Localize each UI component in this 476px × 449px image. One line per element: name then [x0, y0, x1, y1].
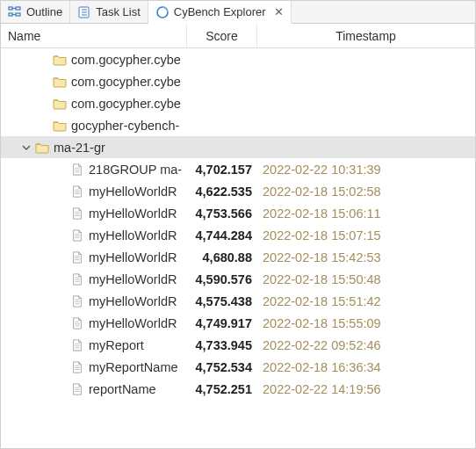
svg-rect-0	[9, 7, 12, 10]
tree-file-row[interactable]: myHelloWorldR4,622.5352022-02-18 15:02:5…	[1, 180, 475, 202]
cell-timestamp: 2022-02-18 16:36:34	[257, 360, 475, 374]
outline-icon	[8, 5, 22, 19]
tree-file-row[interactable]: myHelloWorldR4,749.9172022-02-18 15:55:0…	[1, 312, 475, 334]
tab-tasklist[interactable]: Task List	[70, 1, 148, 23]
cell-name: myHelloWorldR	[1, 185, 187, 199]
node-label: gocypher-cybench-	[71, 119, 179, 133]
node-label: 218GROUP ma-	[89, 163, 182, 177]
table-header: Name Score Timestamp	[1, 24, 475, 48]
node-label: myHelloWorldR	[89, 228, 177, 243]
cybench-icon	[155, 5, 169, 19]
cell-score: 4,733.945	[187, 338, 257, 352]
tree-file-row[interactable]: myHelloWorldR4,744.2842022-02-18 15:07:1…	[1, 224, 475, 246]
cell-timestamp: 2022-02-18 15:06:11	[257, 206, 475, 221]
node-label: myHelloWorldR	[89, 185, 177, 199]
node-label: myHelloWorldR	[89, 316, 177, 330]
close-icon[interactable]: ✕	[270, 5, 284, 18]
column-header-name[interactable]: Name	[1, 24, 187, 47]
file-icon	[69, 251, 85, 264]
cell-timestamp: 2022-02-18 15:42:53	[257, 250, 475, 264]
folder-icon	[52, 76, 68, 88]
cell-name: gocypher-cybench-	[1, 119, 187, 133]
file-icon	[69, 339, 85, 351]
tree-folder-row[interactable]: com.gocypher.cybe	[1, 48, 475, 70]
node-label: com.gocypher.cybe	[71, 53, 181, 67]
tree-folder-row[interactable]: gocypher-cybench-	[1, 114, 475, 136]
tree-folder-row[interactable]: com.gocypher.cybe	[1, 70, 475, 92]
cell-score: 4,752.251	[187, 382, 257, 396]
cell-timestamp: 2022-02-22 10:31:39	[257, 163, 475, 177]
node-label: myReportName	[89, 360, 178, 374]
tab-label: Outline	[26, 5, 62, 18]
cell-score: 4,575.438	[187, 294, 257, 308]
tree-body[interactable]: com.gocypher.cybecom.gocypher.cybecom.go…	[1, 48, 475, 448]
tab-outline[interactable]: Outline	[1, 1, 70, 23]
tab-cybench[interactable]: CyBench Explorer✕	[148, 1, 292, 24]
tree-file-row[interactable]: 218GROUP ma-4,702.1572022-02-22 10:31:39	[1, 158, 475, 180]
file-icon	[69, 207, 85, 220]
cell-timestamp: 2022-02-22 14:19:56	[257, 382, 475, 396]
file-icon	[69, 229, 85, 242]
cell-name: myHelloWorldR	[1, 250, 187, 264]
svg-rect-4	[16, 7, 20, 10]
folder-icon	[34, 141, 50, 154]
tree-file-row[interactable]: myHelloWorldR4,590.5762022-02-18 15:50:4…	[1, 268, 475, 290]
cell-name: myReport	[1, 338, 187, 352]
tab-bar: OutlineTask ListCyBench Explorer✕	[1, 1, 475, 24]
cell-name: myHelloWorldR	[1, 316, 187, 330]
cell-timestamp: 2022-02-18 15:07:15	[257, 228, 475, 243]
cell-name: myHelloWorldR	[1, 294, 187, 308]
tree-file-row[interactable]: myHelloWorldR4,575.4382022-02-18 15:51:4…	[1, 290, 475, 312]
node-label: myHelloWorldR	[89, 294, 177, 308]
tasklist-icon	[77, 5, 91, 19]
svg-rect-5	[16, 13, 20, 16]
cell-timestamp: 2022-02-18 15:02:58	[257, 185, 475, 199]
cell-name: myHelloWorldR	[1, 206, 187, 221]
tab-label: Task List	[96, 5, 141, 18]
cell-name: com.gocypher.cybe	[1, 75, 187, 89]
cell-name: com.gocypher.cybe	[1, 97, 187, 111]
tree-folder-row[interactable]: ma-21-gr	[1, 136, 475, 158]
cell-score: 4,590.576	[187, 272, 257, 286]
column-header-timestamp[interactable]: Timestamp	[257, 24, 475, 47]
tree-file-row[interactable]: myReport4,733.9452022-02-22 09:52:46	[1, 334, 475, 356]
cell-name: myHelloWorldR	[1, 228, 187, 243]
file-icon	[69, 273, 85, 286]
cell-score: 4,622.535	[187, 185, 257, 199]
cell-score: 4,702.157	[187, 163, 257, 177]
node-label: myHelloWorldR	[89, 250, 177, 264]
cybench-explorer-view: OutlineTask ListCyBench Explorer✕ Name S…	[0, 0, 476, 449]
cell-score: 4,744.284	[187, 228, 257, 243]
node-label: ma-21-gr	[54, 141, 105, 155]
node-label: myHelloWorldR	[89, 206, 177, 221]
folder-icon	[52, 119, 68, 132]
node-label: com.gocypher.cybe	[71, 97, 181, 111]
node-label: myHelloWorldR	[89, 272, 177, 286]
node-label: myReport	[89, 338, 144, 352]
cell-score: 4,749.917	[187, 316, 257, 330]
file-icon	[69, 317, 85, 330]
cell-timestamp: 2022-02-18 15:51:42	[257, 294, 475, 308]
tree-file-row[interactable]: reportName4,752.2512022-02-22 14:19:56	[1, 378, 475, 400]
column-header-score[interactable]: Score	[187, 24, 257, 47]
folder-icon	[52, 54, 68, 66]
tree-folder-row[interactable]: com.gocypher.cybe	[1, 92, 475, 114]
cell-score: 4,753.566	[187, 206, 257, 221]
cell-name: 218GROUP ma-	[1, 163, 187, 177]
chevron-down-icon[interactable]	[18, 143, 34, 152]
cell-name: reportName	[1, 382, 187, 396]
node-label: com.gocypher.cybe	[71, 75, 181, 89]
file-icon	[69, 185, 85, 198]
file-icon	[69, 163, 85, 176]
tree-file-row[interactable]: myHelloWorldR4,753.5662022-02-18 15:06:1…	[1, 202, 475, 224]
cell-name: com.gocypher.cybe	[1, 53, 187, 67]
tree-file-row[interactable]: myReportName4,752.5342022-02-18 16:36:34	[1, 356, 475, 378]
tree-file-row[interactable]: myHelloWorldR4,680.882022-02-18 15:42:53	[1, 246, 475, 268]
folder-icon	[52, 98, 68, 110]
file-icon	[69, 295, 85, 308]
cell-name: ma-21-gr	[1, 141, 187, 155]
tab-label: CyBench Explorer	[174, 5, 266, 18]
svg-rect-1	[9, 13, 12, 16]
cell-timestamp: 2022-02-18 15:55:09	[257, 316, 475, 330]
cell-timestamp: 2022-02-22 09:52:46	[257, 338, 475, 352]
